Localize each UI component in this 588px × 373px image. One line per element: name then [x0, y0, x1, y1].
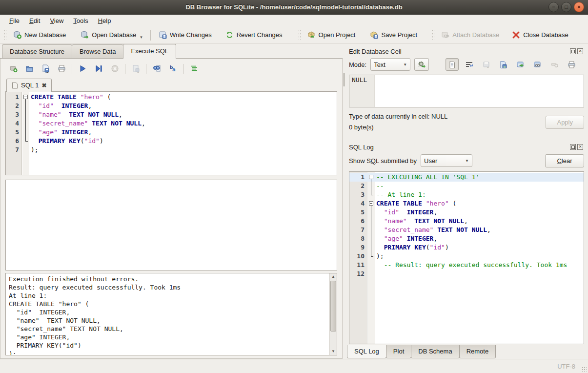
database-open-icon	[81, 31, 89, 39]
clear-log-button[interactable]: Clear	[545, 154, 584, 167]
menu-edit[interactable]: Edit	[25, 16, 44, 26]
execute-sql-panel: b a	[0, 59, 343, 359]
sql-log-view[interactable]: 1-- EXECUTING ALL IN 'SQL 1'2--3-- At li…	[349, 171, 584, 344]
toolbar-drag-handle	[432, 30, 435, 41]
horizontal-splitter[interactable]	[347, 135, 584, 139]
edit-cell-title: Edit Database Cell	[349, 48, 570, 55]
menu-tools[interactable]: Tools	[69, 16, 92, 26]
messages-scrollbar[interactable]: ▲ ▼	[329, 273, 337, 355]
cell-value-editor[interactable]: NULL	[349, 75, 584, 107]
new-sql-tab-icon[interactable]	[8, 64, 18, 74]
close-icon[interactable]: ×	[574, 2, 584, 12]
tab-remote[interactable]: Remote	[459, 345, 496, 358]
attach-database-icon	[441, 31, 449, 39]
vertical-splitter[interactable]	[343, 43, 345, 359]
log-tab-bar: SQL Log Plot DB Schema Remote	[347, 344, 584, 359]
new-database-button[interactable]: New Database	[9, 29, 70, 41]
submitter-select[interactable]: User ▼	[421, 154, 472, 167]
save-sql-file-icon[interactable]	[41, 64, 50, 74]
menu-file[interactable]: File	[5, 16, 24, 26]
revert-changes-button[interactable]: Revert Changes	[222, 29, 286, 41]
save-project-button[interactable]: Save Project	[366, 29, 421, 41]
open-sql-file-icon[interactable]	[24, 64, 34, 74]
scroll-up-icon[interactable]: ▲	[330, 273, 337, 280]
open-database-label: Open Database	[92, 31, 136, 39]
toolbar-separator	[125, 64, 125, 74]
open-database-button[interactable]: Open Database ▾	[77, 29, 146, 41]
dock-close-icon[interactable]: ✕	[577, 144, 583, 150]
auto-apply-button[interactable]	[414, 58, 429, 71]
tab-close-icon[interactable]: ✖	[41, 82, 46, 89]
close-database-label: Close Database	[523, 31, 568, 39]
sql-code-editor[interactable]: 1CREATE TABLE "hero" (2 "id" INTEGER,3 "…	[5, 91, 337, 175]
word-wrap-icon[interactable]	[463, 58, 476, 71]
toolbar-separator	[150, 30, 151, 41]
print-sql-icon[interactable]	[57, 64, 66, 74]
minimize-icon[interactable]: −	[548, 2, 559, 12]
tab-browse-data[interactable]: Browse Data	[72, 44, 123, 59]
dock-close-icon[interactable]: ✕	[577, 48, 583, 54]
set-null-icon	[548, 58, 561, 71]
close-database-button[interactable]: Close Database	[508, 29, 572, 41]
open-project-button[interactable]: Open Project	[304, 29, 360, 41]
open-project-label: Open Project	[319, 31, 356, 39]
export-results-icon	[131, 64, 141, 74]
import-data-icon[interactable]	[497, 58, 510, 71]
write-changes-button[interactable]: Write Changes	[155, 29, 216, 41]
open-external-icon[interactable]	[531, 58, 544, 71]
tab-sql-log[interactable]: SQL Log	[347, 345, 386, 358]
tab-database-structure[interactable]: Database Structure	[2, 44, 72, 59]
cell-editor-icons	[446, 58, 578, 71]
title-bar: DB Browser for SQLite - /home/user/code/…	[0, 0, 588, 15]
write-changes-icon	[159, 31, 167, 39]
execute-all-icon[interactable]	[78, 64, 87, 74]
open-database-dropdown-icon[interactable]: ▾	[140, 35, 142, 40]
cell-null-value: NULL	[349, 75, 375, 107]
horizontal-splitter[interactable]	[5, 175, 337, 180]
right-panel: Edit Database Cell ✕ Mode: Text ▼	[345, 43, 588, 359]
execute-current-line-icon[interactable]	[94, 64, 103, 74]
tab-plot[interactable]: Plot	[386, 345, 411, 358]
database-new-icon	[13, 31, 21, 39]
sql-file-tab-bar: SQL 1 ✖	[5, 77, 337, 91]
cell-type-row: Type of data currently in cell: NULL 0 b…	[347, 107, 584, 135]
dock-float-icon[interactable]	[570, 144, 576, 150]
save-project-label: Save Project	[381, 31, 417, 39]
menu-help[interactable]: Help	[94, 16, 116, 26]
print-cell-icon[interactable]	[565, 58, 578, 71]
execution-messages-text[interactable]: Execution finished without errors. Resul…	[6, 273, 329, 355]
resize-grip-icon[interactable]	[582, 367, 587, 372]
scrollbar-thumb[interactable]	[330, 281, 336, 332]
chevron-down-icon: ▼	[465, 159, 469, 163]
open-project-icon	[307, 31, 316, 39]
apply-button: Apply	[546, 116, 584, 129]
main-area: Database Structure Browse Data Execute S…	[0, 43, 588, 359]
stop-execution-icon	[110, 64, 120, 74]
sql-file-tab[interactable]: SQL 1 ✖	[6, 79, 52, 92]
query-results-grid[interactable]	[5, 180, 337, 270]
encoding-indicator[interactable]: UTF-8	[557, 363, 575, 370]
format-sql-icon[interactable]	[189, 64, 199, 74]
sql-log-title: SQL Log	[349, 144, 570, 151]
attach-database-label: Attach Database	[452, 31, 499, 39]
mode-select[interactable]: Text ▼	[370, 58, 410, 71]
find-icon[interactable]	[152, 64, 162, 74]
app-window: DB Browser for SQLite - /home/user/code/…	[0, 0, 588, 373]
find-replace-icon[interactable]: b a	[168, 64, 178, 74]
sql-file-tab-label: SQL 1	[21, 82, 39, 89]
toolbar-drag-handle	[4, 30, 7, 41]
dock-float-icon[interactable]	[570, 48, 576, 54]
maximize-icon[interactable]: □	[561, 2, 571, 12]
export-data-icon[interactable]	[514, 58, 527, 71]
toolbar-separator	[72, 64, 72, 74]
toolbar-drag-handle	[298, 30, 302, 41]
tab-execute-sql[interactable]: Execute SQL	[123, 44, 176, 59]
tab-db-schema[interactable]: DB Schema	[411, 345, 459, 358]
window-controls: − □ ×	[548, 2, 584, 12]
revert-changes-label: Revert Changes	[237, 31, 283, 39]
menu-view[interactable]: View	[45, 16, 68, 26]
scroll-down-icon[interactable]: ▼	[330, 348, 337, 355]
text-mode-icon[interactable]	[446, 58, 459, 71]
main-toolbar: New Database Open Database ▾ Write Chang…	[0, 27, 588, 43]
sql-log-lines: 1-- EXECUTING ALL IN 'SQL 1'2--3-- At li…	[349, 172, 584, 344]
